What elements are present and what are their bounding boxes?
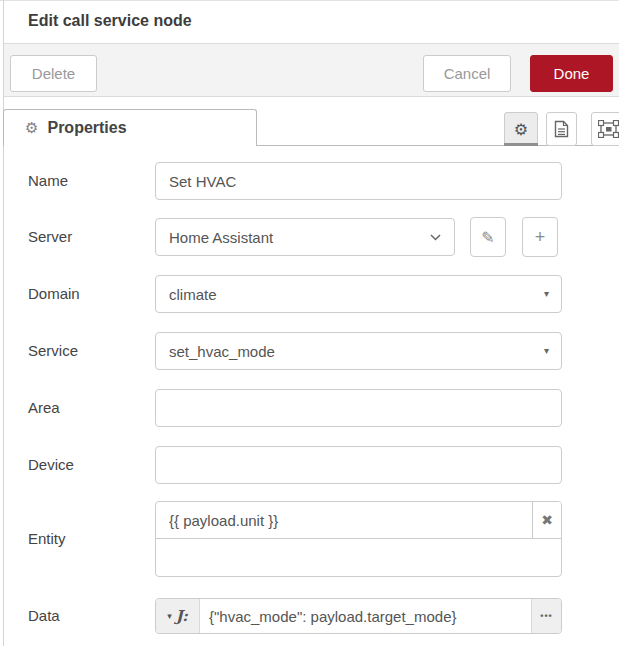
entity-list: ✖ <box>155 501 562 577</box>
close-icon: ✖ <box>541 512 553 528</box>
server-label: Server <box>28 218 72 256</box>
dialog-button-bar: Delete Cancel Done <box>4 44 619 97</box>
service-autocomplete: ▾ <box>155 332 562 370</box>
entity-input[interactable] <box>156 502 531 538</box>
area-input[interactable] <box>155 389 562 427</box>
domain-input[interactable] <box>155 275 562 313</box>
dropdown-caret-icon[interactable]: ▾ <box>544 332 549 370</box>
add-server-button[interactable]: + <box>522 217 558 257</box>
appearance-icon <box>598 120 619 138</box>
expand-expression-button[interactable]: ••• <box>531 599 561 633</box>
properties-section-button[interactable]: ⚙ <box>504 112 538 146</box>
service-input[interactable] <box>155 332 562 370</box>
domain-label: Domain <box>28 275 80 313</box>
plus-icon: + <box>535 227 546 248</box>
tab-properties[interactable]: ⚙ Properties <box>3 109 257 146</box>
device-input[interactable] <box>155 446 562 484</box>
done-button[interactable]: Done <box>530 55 613 92</box>
server-select[interactable]: Home Assistant <box>155 218 455 256</box>
name-label: Name <box>28 162 68 200</box>
cancel-button[interactable]: Cancel <box>423 55 511 92</box>
edit-call-service-node-dialog: Edit call service node Delete Cancel Don… <box>0 0 619 646</box>
data-typed-input: ▾ J: {"hvac_mode": payload.target_mode} … <box>155 598 562 634</box>
data-expression-input[interactable]: {"hvac_mode": payload.target_mode} <box>200 599 531 633</box>
delete-button[interactable]: Delete <box>10 55 97 92</box>
jsonata-type-icon: J: <box>176 607 188 625</box>
tab-properties-label: Properties <box>47 119 126 137</box>
device-label: Device <box>28 446 74 484</box>
service-label: Service <box>28 332 78 370</box>
data-type-select-button[interactable]: ▾ J: <box>156 599 200 633</box>
gear-icon: ⚙ <box>514 120 528 139</box>
dialog-title: Edit call service node <box>28 12 192 30</box>
gear-icon: ⚙ <box>25 119 38 137</box>
caret-down-icon: ▾ <box>167 611 172 621</box>
data-label: Data <box>28 598 60 634</box>
appearance-section-button[interactable] <box>591 112 619 146</box>
remove-entity-button[interactable]: ✖ <box>532 502 561 538</box>
document-icon <box>554 120 569 138</box>
entity-label: Entity <box>28 501 66 577</box>
entity-list-item: ✖ <box>156 502 561 539</box>
edit-server-button[interactable]: ✎ <box>470 217 506 257</box>
dropdown-caret-icon[interactable]: ▾ <box>544 275 549 313</box>
domain-autocomplete: ▾ <box>155 275 562 313</box>
description-section-button[interactable] <box>546 112 577 146</box>
chevron-down-icon <box>430 234 441 241</box>
area-label: Area <box>28 389 60 427</box>
pencil-icon: ✎ <box>481 228 494 247</box>
dialog-top-border <box>0 0 619 1</box>
active-section-underline <box>504 143 538 146</box>
name-input[interactable] <box>155 162 562 200</box>
ellipsis-icon: ••• <box>540 611 552 621</box>
server-select-value: Home Assistant <box>169 229 273 246</box>
